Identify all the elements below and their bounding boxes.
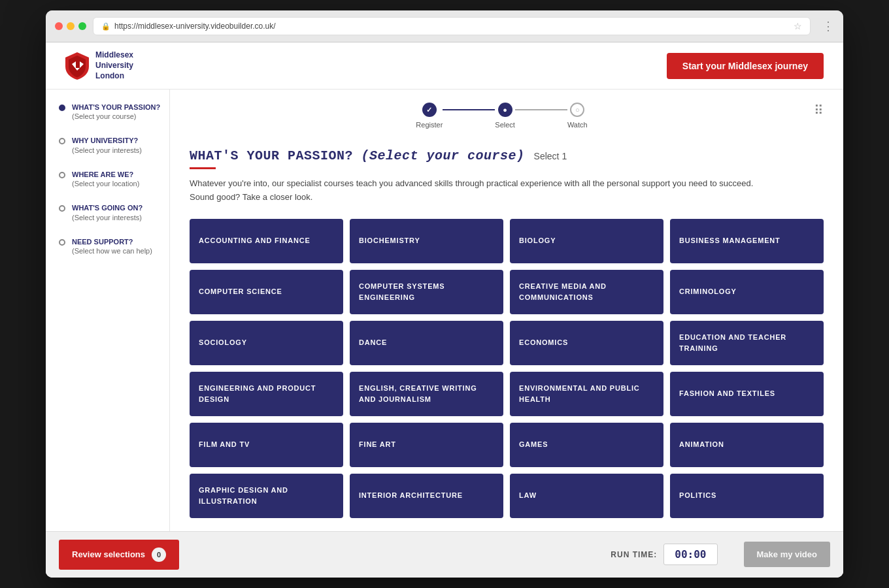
course-tile-11[interactable]: EDUCATION AND TEACHER TRAINING — [670, 321, 824, 365]
maximize-dot[interactable] — [78, 22, 86, 30]
sidebar-dot-where — [59, 172, 65, 178]
course-tile-23[interactable]: POLITICS — [670, 474, 824, 518]
sidebar-label-why: WHY UNIVERSITY? — [72, 136, 142, 146]
sidebar-dot-support — [59, 239, 65, 246]
course-tile-15[interactable]: FASHION AND TEXTILES — [670, 372, 824, 416]
logo-shield-icon — [65, 52, 89, 80]
sidebar-dot-passion — [59, 105, 65, 111]
sidebar-label-where: WHERE ARE WE? — [72, 170, 139, 180]
course-tile-19[interactable]: ANIMATION — [670, 423, 824, 467]
sidebar-sublabel-passion: (Select your course) — [72, 112, 160, 120]
top-row: ✓ Register ● Select ○ Watch — [190, 103, 824, 142]
progress-section: ✓ Register ● Select ○ Watch — [190, 103, 814, 142]
sidebar-sublabel-why: (Select your interests) — [72, 146, 142, 154]
course-tile-21[interactable]: INTERIOR ARCHITECTURE — [350, 474, 503, 518]
bottom-bar: Review selections 0 RUN TIME: 00:00 Make… — [46, 531, 843, 578]
browser-window: 🔒 https://middlesex-university.videobuil… — [46, 10, 843, 577]
step-line-2 — [515, 109, 567, 110]
address-bar[interactable]: 🔒 https://middlesex-university.videobuil… — [93, 17, 811, 35]
step-select: ● Select — [495, 103, 515, 129]
sidebar-item-support[interactable]: NEED SUPPORT? (Select how we can help) — [59, 237, 169, 255]
browser-actions: ⋮ — [822, 19, 834, 33]
logo-text: Middlesex University London — [95, 50, 133, 81]
course-tile-7[interactable]: CRIMINOLOGY — [670, 270, 824, 314]
course-tile-18[interactable]: GAMES — [510, 423, 663, 467]
step-register: ✓ Register — [416, 103, 443, 129]
sidebar-label-passion: WHAT'S YOUR PASSION? — [72, 103, 160, 112]
red-underline — [190, 167, 216, 169]
course-tile-0[interactable]: ACCOUNTING AND FINANCE — [190, 219, 343, 263]
course-tile-22[interactable]: LAW — [510, 474, 663, 518]
close-dot[interactable] — [55, 22, 63, 30]
sidebar: WHAT'S YOUR PASSION? (Select your course… — [46, 90, 170, 531]
url-text: https://middlesex-university.videobuilde… — [114, 22, 276, 31]
course-tile-20[interactable]: GRAPHIC DESIGN AND ILLUSTRATION — [190, 474, 343, 518]
sidebar-item-why[interactable]: WHY UNIVERSITY? (Select your interests) — [59, 136, 169, 154]
page-title: WHAT'S YOUR PASSION? (Select your course… — [190, 148, 525, 163]
step-circle-watch: ○ — [570, 103, 584, 117]
runtime-section: RUN TIME: 00:00 — [611, 544, 717, 565]
course-tile-10[interactable]: ECONOMICS — [510, 321, 663, 365]
logo: Middlesex University London — [65, 50, 133, 81]
course-tile-4[interactable]: COMPUTER SCIENCE — [190, 270, 343, 314]
sidebar-label-support: NEED SUPPORT? — [72, 237, 152, 247]
step-watch: ○ Watch — [567, 103, 588, 129]
select-badge: Select 1 — [534, 151, 567, 161]
progress-bar: ✓ Register ● Select ○ Watch — [416, 103, 587, 129]
course-tile-13[interactable]: ENGLISH, CREATIVE WRITING AND JOURNALISM — [350, 372, 503, 416]
step-line-1 — [443, 109, 495, 110]
course-tile-8[interactable]: SOCIOLOGY — [190, 321, 343, 365]
step-circle-register: ✓ — [422, 103, 437, 117]
sidebar-item-where[interactable]: WHERE ARE WE? (Select your location) — [59, 170, 169, 188]
browser-chrome: 🔒 https://middlesex-university.videobuil… — [46, 10, 843, 42]
main-layout: WHAT'S YOUR PASSION? (Select your course… — [46, 90, 843, 531]
browser-dots — [55, 22, 86, 30]
sidebar-item-whats-on[interactable]: WHAT'S GOING ON? (Select your interests) — [59, 203, 169, 221]
lock-icon: 🔒 — [101, 22, 110, 31]
page-wrapper: Middlesex University London Start your M… — [46, 42, 843, 577]
sidebar-item-passion[interactable]: WHAT'S YOUR PASSION? (Select your course… — [59, 103, 169, 120]
cta-button[interactable]: Start your Middlesex journey — [667, 53, 824, 79]
page-title-row: WHAT'S YOUR PASSION? (Select your course… — [190, 148, 824, 163]
step-label-register: Register — [416, 121, 443, 129]
content-area: ✓ Register ● Select ○ Watch — [170, 90, 843, 531]
course-tile-12[interactable]: ENGINEERING AND PRODUCT DESIGN — [190, 372, 343, 416]
review-label: Review selections — [72, 549, 145, 559]
page-description: Whatever you're into, our specialist cou… — [190, 177, 778, 204]
runtime-display: 00:00 — [663, 544, 717, 565]
sidebar-sublabel-whats-on: (Select your interests) — [72, 214, 143, 221]
course-tile-1[interactable]: BIOCHEMISTRY — [350, 219, 503, 263]
sidebar-dot-whats-on — [59, 205, 65, 212]
step-label-watch: Watch — [567, 121, 588, 129]
star-icon[interactable]: ☆ — [794, 21, 802, 31]
review-count: 0 — [152, 547, 166, 562]
step-circle-select: ● — [498, 103, 512, 117]
course-grid: ACCOUNTING AND FINANCEBIOCHEMISTRYBIOLOG… — [190, 219, 824, 518]
sidebar-sublabel-where: (Select your location) — [72, 180, 139, 188]
course-tile-9[interactable]: DANCE — [350, 321, 503, 365]
site-header: Middlesex University London Start your M… — [46, 42, 843, 90]
course-tile-6[interactable]: CREATIVE MEDIA AND COMMUNICATIONS — [510, 270, 663, 314]
make-video-button[interactable]: Make my video — [744, 542, 831, 567]
course-tile-5[interactable]: COMPUTER SYSTEMS ENGINEERING — [350, 270, 503, 314]
review-selections-button[interactable]: Review selections 0 — [59, 540, 179, 570]
course-tile-14[interactable]: ENVIRONMENTAL AND PUBLIC HEALTH — [510, 372, 663, 416]
course-tile-3[interactable]: BUSINESS MANAGEMENT — [670, 219, 824, 263]
minimize-dot[interactable] — [67, 22, 75, 30]
sidebar-sublabel-support: (Select how we can help) — [72, 247, 152, 255]
course-tile-2[interactable]: BIOLOGY — [510, 219, 663, 263]
grid-view-icon[interactable]: ⠿ — [814, 103, 824, 118]
runtime-label: RUN TIME: — [611, 550, 657, 559]
sidebar-label-whats-on: WHAT'S GOING ON? — [72, 203, 143, 213]
step-label-select: Select — [495, 121, 515, 129]
sidebar-dot-why — [59, 138, 65, 144]
course-tile-16[interactable]: FILM AND TV — [190, 423, 343, 467]
browser-menu-icon[interactable]: ⋮ — [822, 19, 834, 33]
course-tile-17[interactable]: FINE ART — [350, 423, 503, 467]
